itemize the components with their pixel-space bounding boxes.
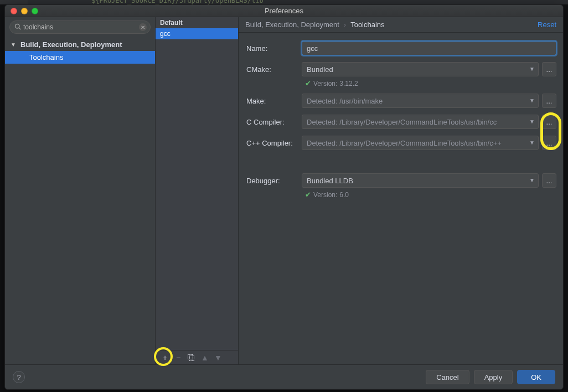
debugger-select[interactable]: Bundled LLDB ▼ [302, 173, 539, 188]
minimize-icon[interactable] [21, 8, 28, 14]
check-icon: ✔ [305, 79, 311, 87]
c-compiler-label: C Compiler: [246, 118, 302, 126]
make-browse-button[interactable]: ... [542, 94, 556, 108]
cmake-version: ✔ Version: 3.12.2 [302, 79, 556, 87]
cxx-compiler-select[interactable]: Detected: /Library/Developer/CommandLine… [302, 136, 539, 150]
help-button[interactable]: ? [13, 371, 25, 383]
cancel-button[interactable]: Cancel [426, 370, 469, 384]
breadcrumb-separator-icon: › [344, 20, 346, 29]
search-icon [14, 23, 21, 32]
close-icon[interactable] [11, 8, 17, 14]
check-icon: ✔ [305, 190, 311, 199]
toolchain-item-gcc[interactable]: gcc [156, 28, 238, 39]
tree-item-build-execution-deployment[interactable]: ▼ Build, Execution, Deployment [5, 38, 155, 51]
name-label: Name: [246, 44, 302, 53]
backdrop-gutter [0, 0, 28, 4]
main-panel: Build, Execution, Deployment › Toolchain… [239, 17, 563, 364]
cxx-compiler-value: Detected: /Library/Developer/CommandLine… [307, 139, 502, 147]
remove-toolchain-button[interactable]: − [172, 352, 184, 364]
cmake-browse-button[interactable]: ... [542, 62, 556, 76]
debugger-value: Bundled LLDB [307, 177, 353, 185]
name-input[interactable] [302, 41, 556, 55]
toolchain-form: Name: CMake: Bundled ▼ ... [239, 33, 563, 364]
move-up-button[interactable]: ▲ [199, 352, 211, 364]
c-compiler-value: Detected: /Library/Developer/CommandLine… [307, 118, 497, 126]
toolchain-list-panel: Default gcc + − ⿻ ▲ ▼ [156, 17, 239, 364]
cxx-compiler-browse-button[interactable]: ... [542, 136, 556, 150]
svg-point-0 [16, 24, 20, 28]
move-down-button[interactable]: ▼ [212, 352, 224, 364]
toolchain-toolbar: + − ⿻ ▲ ▼ [156, 350, 238, 364]
debugger-browse-button[interactable]: ... [542, 173, 556, 188]
window-title: Preferences [265, 7, 303, 15]
footer: ? Cancel Apply OK [5, 365, 563, 389]
c-compiler-browse-button[interactable]: ... [542, 115, 556, 129]
chevron-down-icon: ▼ [529, 118, 535, 125]
toolchain-list: Default gcc [156, 17, 238, 350]
settings-tree: ▼ Build, Execution, Deployment Toolchain… [5, 37, 155, 364]
c-compiler-select[interactable]: Detected: /Library/Developer/CommandLine… [302, 115, 539, 129]
cmake-select[interactable]: Bundled ▼ [302, 62, 539, 76]
clear-search-icon[interactable]: ✕ [139, 23, 147, 31]
breadcrumb-current: Toolchains [350, 20, 384, 29]
reset-link[interactable]: Reset [538, 20, 556, 29]
toolchain-default-label: Default [156, 17, 238, 28]
maximize-icon[interactable] [32, 8, 38, 14]
tree-item-label: Toolchains [27, 53, 63, 61]
search-input[interactable] [23, 23, 146, 31]
search-field[interactable]: ✕ [9, 20, 151, 34]
apply-button[interactable]: Apply [474, 370, 513, 384]
breadcrumb: Build, Execution, Deployment › Toolchain… [239, 17, 563, 33]
chevron-down-icon: ▼ [529, 140, 535, 146]
sidebar: ✕ ▼ Build, Execution, Deployment Toolcha… [5, 17, 156, 364]
svg-line-1 [19, 28, 20, 29]
make-label: Make: [246, 97, 302, 105]
body: ✕ ▼ Build, Execution, Deployment Toolcha… [5, 17, 563, 365]
chevron-down-icon: ▼ [11, 42, 17, 48]
backdrop: ${PROJECT_SOURCE_DIR}/3rdparty/OpenBLAS/… [0, 0, 568, 4]
titlebar[interactable]: Preferences [5, 5, 563, 17]
debugger-label: Debugger: [246, 177, 302, 185]
debugger-version: ✔ Version: 6.0 [302, 190, 556, 199]
copy-toolchain-button[interactable]: ⿻ [185, 352, 198, 364]
window-controls [11, 8, 38, 14]
breadcrumb-parent[interactable]: Build, Execution, Deployment [245, 20, 339, 29]
preferences-window: Preferences ✕ ▼ Build, Execution, Deploy… [4, 4, 564, 390]
add-toolchain-button[interactable]: + [159, 352, 171, 364]
make-select[interactable]: Detected: /usr/bin/make ▼ [302, 94, 539, 108]
tree-item-toolchains[interactable]: Toolchains [5, 51, 155, 64]
ok-button[interactable]: OK [517, 370, 555, 384]
make-value: Detected: /usr/bin/make [307, 97, 383, 105]
chevron-down-icon: ▼ [529, 97, 535, 104]
tree-item-label: Build, Execution, Deployment [18, 40, 122, 49]
backdrop-code: ${PROJECT_SOURCE_DIR}/3rdparty/OpenBLAS/… [91, 0, 264, 4]
cmake-value: Bundled [307, 65, 333, 74]
chevron-down-icon: ▼ [529, 177, 535, 183]
cxx-compiler-label: C++ Compiler: [246, 139, 302, 147]
chevron-down-icon: ▼ [529, 66, 535, 72]
cmake-label: CMake: [246, 65, 302, 74]
